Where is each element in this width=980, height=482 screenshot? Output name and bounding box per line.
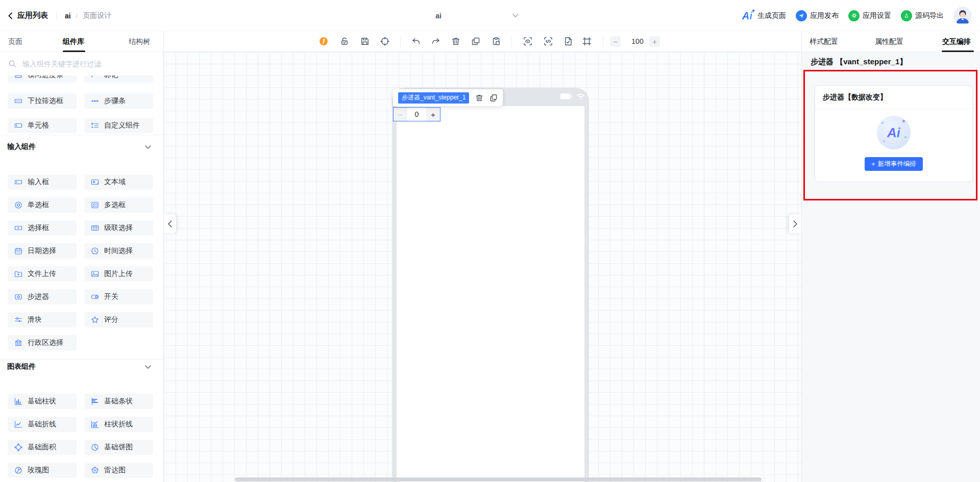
component-item-time-picker[interactable]: 时间选择 xyxy=(84,243,153,259)
component-item-switch[interactable]: 开关 xyxy=(84,289,153,305)
section-header-input[interactable]: 输入组件 xyxy=(7,142,36,151)
back-to-app-list-link[interactable]: 应用列表 xyxy=(17,11,48,20)
component-item-custom-component[interactable]: 自定义组件 xyxy=(84,118,153,133)
target-icon[interactable] xyxy=(380,37,389,46)
toolbar-divider xyxy=(400,36,401,47)
component-item-image-upload[interactable]: 图片上传 xyxy=(84,266,153,282)
component-item-hbar-chart[interactable]: 基础条状 xyxy=(84,394,153,409)
unlock-icon[interactable] xyxy=(340,37,349,46)
component-item-textarea[interactable]: 文本域 xyxy=(84,174,153,190)
component-item-bar-chart[interactable]: 基础柱状 xyxy=(8,394,77,409)
tab-pages[interactable]: 页面 xyxy=(8,31,22,52)
tab-component-library[interactable]: 组件库 xyxy=(63,31,84,52)
tab-structure-tree[interactable]: 结构树 xyxy=(129,31,150,52)
copy-icon[interactable] xyxy=(471,37,480,46)
breadcrumb-page-name: 页面设计 xyxy=(83,11,111,20)
component-item-label: 步进器 xyxy=(28,292,49,301)
breadcrumb-separator: / xyxy=(76,12,78,19)
app-settings-button[interactable]: 应用设置 xyxy=(848,10,891,21)
chevron-down-icon xyxy=(512,14,519,17)
component-item-radar-chart[interactable]: 雷达图 xyxy=(84,463,153,478)
cell-icon xyxy=(14,121,22,130)
pie-chart-icon xyxy=(91,443,99,451)
component-item-file-upload[interactable]: 文件上传 xyxy=(8,266,77,282)
component-item-line-chart[interactable]: 基础折线 xyxy=(8,417,77,432)
design-canvas[interactable]: 步进器_vant_stepper_1 − 0 + xyxy=(164,52,801,482)
component-search-input[interactable] xyxy=(21,59,151,68)
image-upload-icon xyxy=(91,270,99,278)
component-item-label: 输入框 xyxy=(28,177,49,187)
component-item-date-picker[interactable]: 日期选择 xyxy=(8,243,77,259)
collapse-right-panel-button[interactable] xyxy=(789,214,801,233)
rose-chart-icon xyxy=(14,466,22,474)
chevron-down-icon[interactable] xyxy=(145,365,151,369)
vant-stepper-component[interactable]: − 0 + xyxy=(393,107,440,121)
radar-chart-icon xyxy=(91,466,99,474)
topbar-actions: Ai 生成页面 应用发布 应用设置 源码导出 xyxy=(742,0,972,31)
selection-toolbar: 步进器_vant_stepper_1 xyxy=(393,89,503,106)
tab-style-config[interactable]: 样式配置 xyxy=(810,31,838,52)
document-check-icon[interactable] xyxy=(564,37,573,46)
generate-page-label: 生成页面 xyxy=(757,11,786,20)
zoom-out-button[interactable]: − xyxy=(610,36,621,47)
info-icon[interactable] xyxy=(319,37,328,46)
component-item-radio[interactable]: 单选框 xyxy=(8,197,77,213)
selected-component-chip[interactable]: 步进器_vant_stepper_1 xyxy=(398,92,469,104)
component-item-label: 下拉筛选框 xyxy=(28,96,63,106)
export-source-button[interactable]: 源码导出 xyxy=(901,10,944,21)
code-scan-icon[interactable] xyxy=(544,37,553,46)
component-item-checkbox[interactable]: 多选框 xyxy=(84,197,153,213)
component-item-cell[interactable]: 单元格 xyxy=(8,118,77,133)
stepper-plus-button[interactable]: + xyxy=(426,108,440,121)
breadcrumb: 应用列表 ai / 页面设计 xyxy=(7,0,111,31)
phone-screen[interactable] xyxy=(397,106,584,482)
paste-icon[interactable] xyxy=(492,37,501,46)
component-item-bar-line-chart[interactable]: 柱状折线 xyxy=(84,417,153,432)
stepper-minus-button[interactable]: − xyxy=(394,108,407,121)
undo-icon[interactable] xyxy=(411,37,421,46)
component-item-stepper[interactable]: 步进器 xyxy=(8,289,77,305)
plus-icon: + xyxy=(871,161,875,168)
stepper-value[interactable]: 0 xyxy=(408,108,426,121)
horizontal-scrollbar[interactable] xyxy=(235,477,762,481)
component-item-select[interactable]: 选择框 xyxy=(8,220,77,236)
save-icon[interactable] xyxy=(360,37,370,46)
section-divider xyxy=(0,135,164,135)
toolbar-divider xyxy=(603,36,603,47)
component-item-pie-chart[interactable]: 基础饼图 xyxy=(84,440,153,455)
component-item-dropdown-filter[interactable]: 下拉筛选框 xyxy=(8,93,77,109)
export-source-label: 源码导出 xyxy=(915,11,944,20)
component-item-cascader[interactable]: 级联选择 xyxy=(84,220,153,236)
zoom-level-value: 100 xyxy=(626,36,649,47)
add-event-orchestration-button[interactable]: + 新增事件编排 xyxy=(865,157,923,171)
component-item-steps[interactable]: 步骤条 xyxy=(84,93,153,109)
duplicate-component-icon[interactable] xyxy=(489,94,498,102)
frame-icon[interactable] xyxy=(582,37,592,46)
component-item-rose-chart[interactable]: 玫瑰图 xyxy=(8,463,77,478)
chevron-down-icon[interactable] xyxy=(145,145,151,149)
component-item-input[interactable]: 输入框 xyxy=(8,174,77,190)
collapse-left-panel-button[interactable] xyxy=(164,214,176,233)
component-item-label: 级联选择 xyxy=(104,223,133,233)
component-item-label: 开关 xyxy=(104,292,118,301)
tab-props-config[interactable]: 属性配置 xyxy=(875,31,903,52)
preview-scan-icon[interactable] xyxy=(523,37,532,46)
component-item-label: 基础条状 xyxy=(104,397,133,406)
zoom-in-button[interactable]: + xyxy=(649,36,660,47)
page-selector-dropdown[interactable]: ai xyxy=(351,0,526,31)
redo-icon[interactable] xyxy=(431,37,440,46)
generate-page-button[interactable]: Ai 生成页面 xyxy=(742,11,786,21)
component-item-district-picker[interactable]: 行政区选择 xyxy=(8,335,77,350)
component-item-area-chart[interactable]: 基础面积 xyxy=(8,440,77,455)
publish-app-button[interactable]: 应用发布 xyxy=(796,10,839,21)
delete-component-icon[interactable] xyxy=(475,94,483,102)
section-header-charts[interactable]: 图表组件 xyxy=(7,362,36,371)
delete-icon[interactable] xyxy=(451,37,460,46)
component-item-label: 多选框 xyxy=(104,200,126,210)
component-item-slider[interactable]: 滑块 xyxy=(8,312,77,327)
component-item-rate[interactable]: 评分 xyxy=(84,312,153,327)
back-chevron-icon[interactable] xyxy=(7,12,13,19)
export-icon xyxy=(901,10,912,21)
user-avatar[interactable] xyxy=(953,7,972,25)
tab-interaction-orchestration[interactable]: 交互编排 xyxy=(942,31,971,52)
